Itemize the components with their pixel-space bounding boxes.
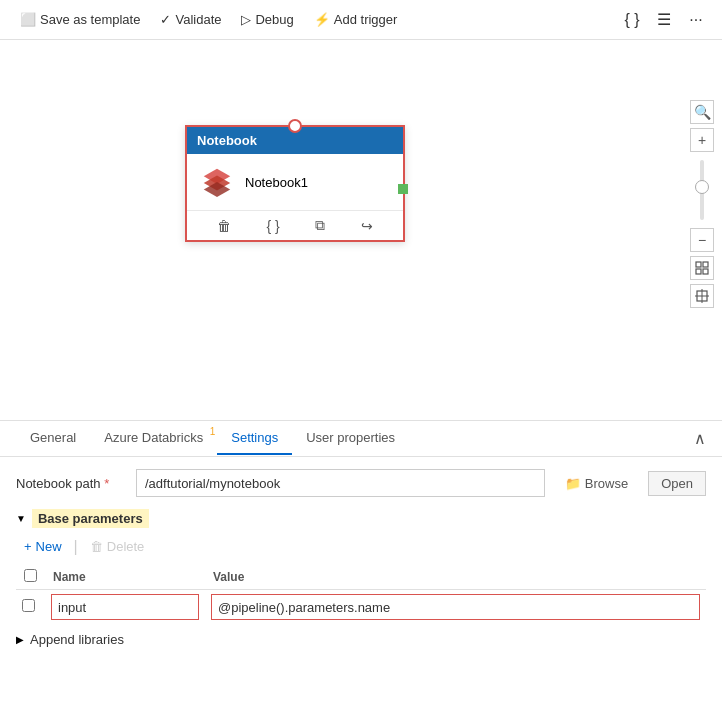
validate-label: Validate — [175, 12, 221, 27]
new-label: New — [36, 539, 62, 554]
node-copy-icon[interactable]: ⧉ — [315, 217, 325, 234]
debug-label: Debug — [255, 12, 293, 27]
tab-general-label: General — [30, 430, 76, 445]
table-row — [16, 590, 706, 625]
save-icon: ⬜ — [20, 12, 36, 27]
toolbar: ⬜ Save as template ✓ Validate ▷ Debug ⚡ … — [0, 0, 722, 40]
param-name-input[interactable] — [51, 594, 199, 620]
open-label: Open — [661, 476, 693, 491]
validate-icon: ✓ — [160, 12, 171, 27]
name-header-label: Name — [53, 570, 86, 584]
browse-button[interactable]: 📁 Browse — [555, 472, 638, 495]
col-value-header: Value — [205, 565, 706, 590]
delete-parameter-button[interactable]: 🗑 Delete — [82, 536, 153, 557]
delete-label: Delete — [107, 539, 145, 554]
new-parameter-button[interactable]: + New — [16, 536, 70, 557]
row-value-cell[interactable] — [205, 590, 706, 625]
params-table-head: Name Value — [16, 565, 706, 590]
node-status-dot — [398, 184, 408, 194]
value-header-label: Value — [213, 570, 244, 584]
params-header-row: Name Value — [16, 565, 706, 590]
notebook-node[interactable]: Notebook Notebook1 🗑 { } ⧉ ↪ — [185, 125, 405, 242]
node-connection-top — [288, 119, 302, 133]
tabs-collapse-button[interactable]: ∧ — [694, 429, 706, 448]
tab-user-properties[interactable]: User properties — [292, 422, 409, 455]
parameters-table: Name Value — [16, 565, 706, 624]
zoom-thumb[interactable] — [695, 180, 709, 194]
base-parameters-title: Base parameters — [32, 509, 149, 528]
section-actions: + New | 🗑 Delete — [16, 536, 706, 557]
row-checkbox[interactable] — [22, 599, 35, 612]
zoom-fit2-button[interactable] — [690, 284, 714, 308]
append-libraries-label: Append libraries — [30, 632, 124, 647]
databricks-icon — [199, 164, 235, 200]
param-value-input[interactable] — [211, 594, 700, 620]
notebook-path-input[interactable] — [136, 469, 545, 497]
settings-content: Notebook path * 📁 Browse Open ▼ Base par… — [0, 457, 722, 725]
tab-user-properties-label: User properties — [306, 430, 395, 445]
folder-icon: 📁 — [565, 476, 581, 491]
zoom-slider[interactable] — [700, 160, 704, 220]
tabs: General Azure Databricks 1 Settings User… — [0, 421, 722, 457]
required-indicator: * — [104, 476, 109, 491]
tab-azure-databricks-badge: 1 — [210, 426, 216, 437]
svg-rect-2 — [696, 269, 701, 274]
svg-rect-3 — [703, 269, 708, 274]
params-table-body — [16, 590, 706, 625]
debug-icon: ▷ — [241, 12, 251, 27]
code-view-button[interactable]: { } — [618, 6, 646, 34]
node-header-label: Notebook — [197, 133, 257, 148]
base-parameters-section-header[interactable]: ▼ Base parameters — [16, 509, 706, 528]
add-trigger-label: Add trigger — [334, 12, 398, 27]
row-checkbox-cell — [16, 590, 45, 625]
node-name: Notebook1 — [245, 175, 308, 190]
search-button[interactable]: 🔍 — [690, 100, 714, 124]
append-expand-icon: ▶ — [16, 634, 24, 645]
notebook-path-row: Notebook path * 📁 Browse Open — [16, 469, 706, 497]
node-code-icon[interactable]: { } — [267, 218, 280, 234]
zoom-fit-button[interactable] — [690, 256, 714, 280]
section-divider: | — [74, 538, 78, 556]
tab-general[interactable]: General — [16, 422, 90, 455]
canvas-area: 🔍 + − Notebook — [0, 40, 722, 420]
svg-rect-1 — [703, 262, 708, 267]
add-trigger-button[interactable]: ⚡ Add trigger — [306, 8, 406, 31]
tab-settings[interactable]: Settings — [217, 422, 292, 455]
node-delete-icon[interactable]: 🗑 — [217, 218, 231, 234]
row-name-cell[interactable] — [45, 590, 205, 625]
zoom-out-button[interactable]: − — [690, 228, 714, 252]
col-name-header: Name — [45, 565, 205, 590]
append-libraries-section[interactable]: ▶ Append libraries — [16, 632, 706, 647]
notebook-path-label: Notebook path * — [16, 476, 126, 491]
zoom-in-button[interactable]: + — [690, 128, 714, 152]
node-arrow-icon[interactable]: ↪ — [361, 218, 373, 234]
tab-settings-label: Settings — [231, 430, 278, 445]
save-template-label: Save as template — [40, 12, 140, 27]
select-all-checkbox[interactable] — [24, 569, 37, 582]
node-body: Notebook1 — [187, 154, 403, 210]
more-options-button[interactable]: ··· — [682, 6, 710, 34]
col-check-header — [16, 565, 45, 590]
save-template-button[interactable]: ⬜ Save as template — [12, 8, 148, 31]
node-footer: 🗑 { } ⧉ ↪ — [187, 210, 403, 240]
trash-icon: 🗑 — [90, 539, 103, 554]
browse-label: Browse — [585, 476, 628, 491]
list-view-button[interactable]: ☰ — [650, 6, 678, 34]
validate-button[interactable]: ✓ Validate — [152, 8, 229, 31]
open-button[interactable]: Open — [648, 471, 706, 496]
debug-button[interactable]: ▷ Debug — [233, 8, 301, 31]
bottom-panel: General Azure Databricks 1 Settings User… — [0, 420, 722, 725]
section-collapse-icon: ▼ — [16, 513, 26, 524]
trigger-icon: ⚡ — [314, 12, 330, 27]
svg-rect-0 — [696, 262, 701, 267]
tab-azure-databricks-label: Azure Databricks — [104, 430, 203, 445]
plus-icon: + — [24, 539, 32, 554]
zoom-controls: 🔍 + − — [690, 100, 714, 308]
tab-azure-databricks[interactable]: Azure Databricks 1 — [90, 422, 217, 455]
